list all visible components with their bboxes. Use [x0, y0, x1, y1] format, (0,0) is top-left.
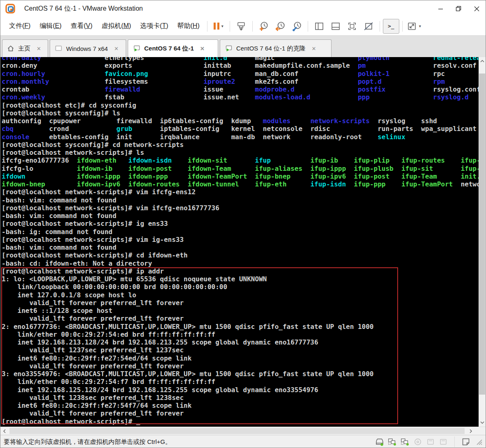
terminal-line: link/ether 00:0c:29:27:54:f7 brd ff:ff:f…	[2, 378, 479, 386]
guest-terminal-screen[interactable]: cron.daily ethertypes init.d magic plymo…	[0, 57, 479, 427]
vm-running-icon	[133, 45, 141, 53]
device-status-icons	[375, 437, 482, 447]
terminal-line: inet6 fe80::20c:29ff:fe27:54ed/64 scope …	[2, 354, 479, 362]
scroll-down-icon[interactable]	[479, 418, 486, 427]
terminal-line: crontab firewalld issue modprobe.d postf…	[2, 85, 479, 93]
terminal-line: inet6 ::1/128 scope host	[2, 307, 479, 315]
snapshot-revert-icon	[275, 21, 285, 31]
fullscreen-button[interactable]	[344, 19, 360, 34]
tab-label: 主页	[18, 45, 30, 53]
terminal-line: -bash: cd: ifdown-eth: Not a directory	[2, 260, 479, 267]
terminal-line: valid_lft forever preferred_lft forever	[2, 315, 479, 322]
horizontal-scroll-thumb[interactable]	[9, 428, 465, 434]
close-button[interactable]	[468, 0, 486, 17]
terminal-line: [root@localhost network-scripts]# vim if…	[2, 204, 479, 212]
vm-running-icon	[225, 45, 233, 53]
tab-label: CentOS 7 64 位-1	[144, 45, 194, 53]
snapshot-manager-button[interactable]	[288, 19, 305, 34]
scroll-left-icon[interactable]	[0, 427, 9, 435]
pause-vm-button[interactable]: ▾	[210, 19, 227, 34]
revert-snapshot-button[interactable]	[272, 19, 288, 34]
pause-icon	[214, 23, 219, 30]
tab-bar: 主页 ✕ Windows 7 x64 ✕ CentOS 7 64 位-1 ✕ C…	[0, 36, 486, 57]
terminal-line: console ebtables-config init irqbalance …	[2, 133, 479, 141]
window-title: CentOS 7 64 位-1 - VMware Workstation	[24, 5, 143, 13]
horizontal-scrollbar[interactable]	[0, 427, 486, 435]
network-adapter-2-icon[interactable]	[401, 438, 410, 446]
take-snapshot-button[interactable]	[256, 19, 272, 34]
terminal-line: cbq crond grub iptables-config kernel ne…	[2, 125, 479, 133]
terminal-line: [root@localhost network-scripts]# ip add…	[2, 267, 479, 275]
toolbar-separator	[230, 21, 230, 32]
toolbar-separator	[402, 21, 403, 32]
resize-grip-icon[interactable]	[476, 439, 482, 445]
minimize-button[interactable]	[431, 0, 449, 17]
toolbar-separator	[380, 21, 380, 32]
menu-file[interactable]: 文件(F)	[5, 19, 35, 33]
terminal-line: cron.hourly favicon.png inputrc man_db.c…	[2, 70, 479, 78]
terminal-line: link/ether 00:0c:29:27:54:ed brd ff:ff:f…	[2, 331, 479, 338]
unity-disabled-icon	[364, 22, 373, 31]
status-bar: 要将输入定向到该虚拟机，请在虚拟机内部单击或按 Ctrl+G。	[0, 435, 486, 448]
menu-help[interactable]: 帮助(H)	[173, 19, 204, 33]
toolbar-separator	[207, 21, 207, 32]
tab-close-icon[interactable]: ✕	[200, 46, 205, 52]
stretch-guest-icon	[407, 22, 417, 31]
snapshot-plus-icon	[259, 21, 269, 31]
send-ctrl-alt-del-button[interactable]	[233, 19, 249, 34]
hard-disk-icon[interactable]	[375, 438, 384, 446]
terminal-line: cron.daily ethertypes init.d magic plymo…	[2, 57, 479, 62]
tab-close-icon[interactable]: ✕	[311, 46, 316, 52]
scroll-right-icon[interactable]	[467, 427, 475, 435]
terminal-line: valid_lft forever preferred_lft forever	[2, 362, 479, 370]
terminal-line: valid_lft 1237sec preferred_lft 1237sec	[2, 346, 479, 354]
terminal-line: -bash: vim: command not found	[2, 244, 479, 251]
network-adapter-1-icon[interactable]	[388, 438, 397, 446]
tab-centos[interactable]: CentOS 7 64 位-1 ✕	[128, 39, 218, 57]
scroll-up-icon[interactable]	[479, 57, 486, 65]
snapshot-wrench-icon	[292, 21, 302, 31]
terminal-line: cron.weekly fstab issue.net modules-load…	[2, 93, 479, 101]
tab-centos-clone[interactable]: CentOS 7 64 位-1 的克隆 ✕	[220, 39, 332, 57]
terminal-line: ifdown-bnep ifdown-ipv6 ifdown-routes if…	[2, 180, 479, 188]
menu-edit[interactable]: 编辑(E)	[35, 19, 66, 33]
terminal-line: ifcfg-eno16777736 ifdown-eth ifdown-isdn…	[2, 156, 479, 164]
terminal-line: inet 192.168.125.128/24 brd 192.168.125.…	[2, 386, 479, 394]
restore-button[interactable]	[449, 0, 468, 17]
tab-windows7[interactable]: Windows 7 x64 ✕	[50, 39, 126, 57]
menu-vm[interactable]: 虚拟机(M)	[97, 19, 136, 33]
vertical-scroll-thumb[interactable]	[479, 74, 485, 395]
tab-close-icon[interactable]: ✕	[37, 46, 41, 52]
tab-label: CentOS 7 64 位-1 的克隆	[236, 45, 305, 53]
tab-home[interactable]: 主页 ✕	[2, 39, 48, 57]
ctrl-alt-del-icon	[236, 22, 246, 31]
terminal-line: inet6 fe80::20c:29ff:fe27:54f7/64 scope …	[2, 402, 479, 409]
terminal-line: ifdown ifdown-ippp ifdown-ppp ifdown-Tea…	[2, 172, 479, 180]
terminal-line: -bash: vim: command not found	[2, 196, 479, 204]
terminal-line: [root@localhost network-scripts]# _	[2, 418, 479, 425]
console-prompt-icon: >_	[388, 23, 394, 29]
fit-guest-button[interactable]: ▾	[405, 19, 423, 34]
sound-adapter-icon[interactable]	[426, 438, 435, 446]
terminal-line: -bash: vim: command not found	[2, 212, 479, 220]
terminal-line: [root@localhost etc]# cd sysconfig	[2, 101, 479, 109]
terminal-line: inet 127.0.0.1/8 scope host lo	[2, 291, 479, 299]
tab-close-icon[interactable]: ✕	[114, 46, 119, 52]
message-log-icon[interactable]	[461, 438, 470, 446]
vertical-scrollbar[interactable]	[479, 57, 486, 427]
show-thumbnail-bar-button[interactable]	[327, 19, 344, 34]
menu-tabs[interactable]: 选项卡(T)	[136, 19, 173, 33]
show-console-button[interactable]: >_	[383, 19, 399, 34]
terminal-line: 2: eno16777736: <BROADCAST,MULTICAST,UP,…	[2, 323, 479, 331]
toolbar-separator	[308, 21, 308, 32]
vm-console-view: cron.daily ethertypes init.d magic plymo…	[0, 57, 486, 427]
usb-device-icon[interactable]	[439, 438, 448, 446]
menu-view[interactable]: 查看(V)	[66, 19, 97, 33]
status-message: 要将输入定向到该虚拟机，请在虚拟机内部单击或按 Ctrl+G。	[4, 438, 171, 446]
terminal-line: valid_lft forever preferred_lft forever	[2, 299, 479, 307]
show-library-button[interactable]	[311, 19, 327, 34]
statusbar-separator	[454, 437, 455, 447]
terminal-line: 3: eno33554976: <BROADCAST,MULTICAST,UP,…	[2, 370, 479, 378]
unity-mode-button[interactable]	[360, 19, 377, 34]
cd-dvd-icon[interactable]	[413, 438, 422, 446]
